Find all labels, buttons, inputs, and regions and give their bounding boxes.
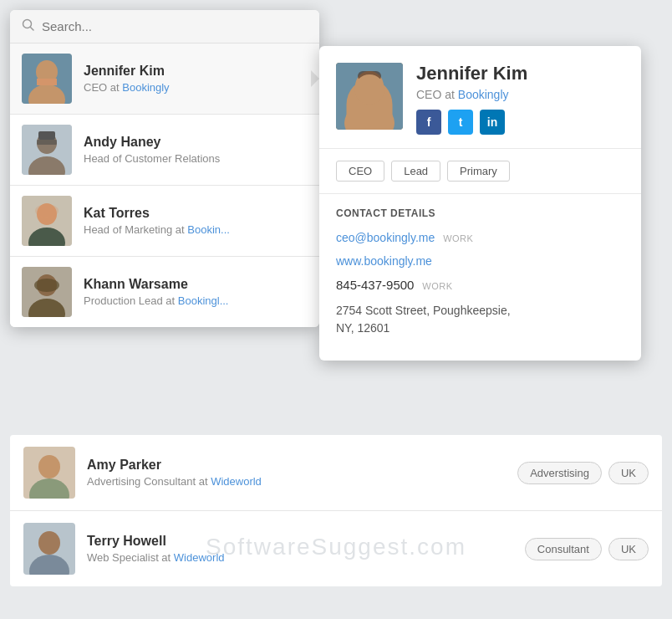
avatar-khann	[22, 267, 72, 317]
search-input[interactable]	[42, 19, 308, 33]
contact-name-jennifer: Jennifer Kim	[84, 64, 308, 79]
avatar-amy	[23, 447, 75, 499]
svg-line-1	[31, 28, 34, 31]
social-icons: f t in	[416, 110, 624, 135]
svg-point-25	[38, 455, 60, 478]
lower-tags-terry: Consultant UK	[525, 538, 649, 560]
detail-info: Jennifer Kim CEO at Bookingly f t in	[416, 63, 624, 135]
linkedin-icon[interactable]: in	[480, 110, 505, 135]
company-link-jennifer[interactable]: Bookingly	[122, 81, 169, 94]
avatar-terry	[23, 523, 75, 575]
contact-item-amy[interactable]: Amy Parker Advertising Consultant at Wid…	[10, 435, 662, 511]
contact-info-amy: Amy Parker Advertising Consultant at Wid…	[87, 458, 517, 488]
detail-email[interactable]: ceo@bookingly.me	[336, 231, 435, 244]
detail-role: CEO at Bookingly	[416, 88, 624, 101]
contact-info-andy: Andy Haney Head of Customer Relations	[84, 135, 308, 165]
avatar-kat	[22, 196, 72, 246]
detail-header: Jennifer Kim CEO at Bookingly f t in	[319, 46, 641, 149]
email-work-label: WORK	[443, 233, 473, 243]
contact-details-section: CONTACT DETAILS ceo@bookingly.me WORK ww…	[319, 194, 641, 361]
avatar-jennifer	[22, 54, 72, 104]
detail-panel: Jennifer Kim CEO at Bookingly f t in CEO…	[319, 46, 641, 361]
detail-address: 2754 Scott Street, Poughkeepsie,NY, 1260…	[336, 302, 624, 337]
arrow-indicator-jennifer	[311, 70, 319, 87]
svg-rect-14	[35, 204, 59, 217]
contact-item-jennifer[interactable]: Jennifer Kim CEO at Bookingly	[10, 43, 319, 115]
section-title: CONTACT DETAILS	[336, 207, 624, 219]
detail-company-link[interactable]: Bookingly	[458, 88, 509, 101]
contact-item-andy[interactable]: Andy Haney Head of Customer Relations	[10, 115, 319, 186]
avatar-andy	[22, 125, 72, 175]
detail-name: Jennifer Kim	[416, 63, 624, 84]
svg-point-21	[344, 103, 395, 130]
lower-contacts: Amy Parker Advertising Consultant at Wid…	[10, 435, 662, 586]
contact-item-kat[interactable]: Kat Torres Head of Marketing at Bookin..…	[10, 186, 319, 257]
tag-ceo[interactable]: CEO	[336, 161, 384, 182]
search-bar	[10, 10, 319, 43]
tag-consultant[interactable]: Consultant	[525, 538, 602, 560]
company-link-amy[interactable]: Wideworld	[211, 475, 262, 488]
contact-role-jennifer: CEO at Bookingly	[84, 81, 308, 94]
detail-phone: 845-437-9500	[336, 278, 414, 292]
detail-address-row: 2754 Scott Street, Poughkeepsie,NY, 1260…	[336, 302, 624, 337]
main-container: Jennifer Kim CEO at Bookingly	[0, 0, 672, 619]
contact-info-jennifer: Jennifer Kim CEO at Bookingly	[84, 64, 308, 94]
detail-website-row: www.bookingly.me	[336, 254, 624, 268]
detail-website[interactable]: www.bookingly.me	[336, 254, 432, 268]
tags-row: CEO Lead Primary	[319, 149, 641, 194]
company-link-khann[interactable]: Bookingl...	[178, 294, 229, 307]
tag-uk-amy[interactable]: UK	[608, 462, 649, 484]
svg-rect-5	[37, 79, 57, 85]
company-link-kat[interactable]: Bookin...	[187, 223, 230, 236]
contact-role-amy: Advertising Consultant at Wideworld	[87, 475, 517, 488]
twitter-icon[interactable]: t	[448, 110, 473, 135]
svg-rect-10	[37, 140, 57, 145]
contact-name-kat: Kat Torres	[84, 206, 308, 221]
svg-rect-23	[358, 71, 381, 81]
svg-point-18	[34, 279, 59, 292]
contact-role-andy: Head of Customer Relations	[84, 152, 308, 165]
tag-uk-terry[interactable]: UK	[608, 538, 649, 560]
contacts-list: Jennifer Kim CEO at Bookingly	[10, 43, 319, 327]
phone-work-label: WORK	[422, 281, 452, 291]
contact-info-khann: Khann Warsame Production Lead at Booking…	[84, 277, 308, 307]
tag-advertising[interactable]: Adverstising	[517, 462, 602, 484]
search-icon	[22, 18, 35, 34]
svg-rect-22	[354, 95, 384, 103]
contact-role-khann: Production Lead at Bookingl...	[84, 294, 308, 307]
contact-item-khann[interactable]: Khann Warsame Production Lead at Booking…	[10, 257, 319, 327]
detail-avatar-jennifer	[336, 63, 403, 130]
contact-info-kat: Kat Torres Head of Marketing at Bookin..…	[84, 206, 308, 236]
watermark: SoftwareSuggest.com	[206, 534, 466, 560]
detail-email-row: ceo@bookingly.me WORK	[336, 231, 624, 244]
lower-tags-amy: Adverstising UK	[517, 462, 649, 484]
svg-rect-9	[38, 131, 55, 140]
contact-name-khann: Khann Warsame	[84, 277, 308, 292]
contact-role-kat: Head of Marketing at Bookin...	[84, 223, 308, 236]
tag-primary[interactable]: Primary	[447, 161, 510, 182]
contact-name-andy: Andy Haney	[84, 135, 308, 150]
facebook-icon[interactable]: f	[416, 110, 441, 135]
contacts-panel: Jennifer Kim CEO at Bookingly	[10, 10, 319, 327]
contact-name-amy: Amy Parker	[87, 458, 517, 473]
svg-point-28	[38, 531, 60, 555]
detail-phone-row: 845-437-9500 WORK	[336, 278, 624, 292]
tag-lead[interactable]: Lead	[391, 161, 440, 182]
